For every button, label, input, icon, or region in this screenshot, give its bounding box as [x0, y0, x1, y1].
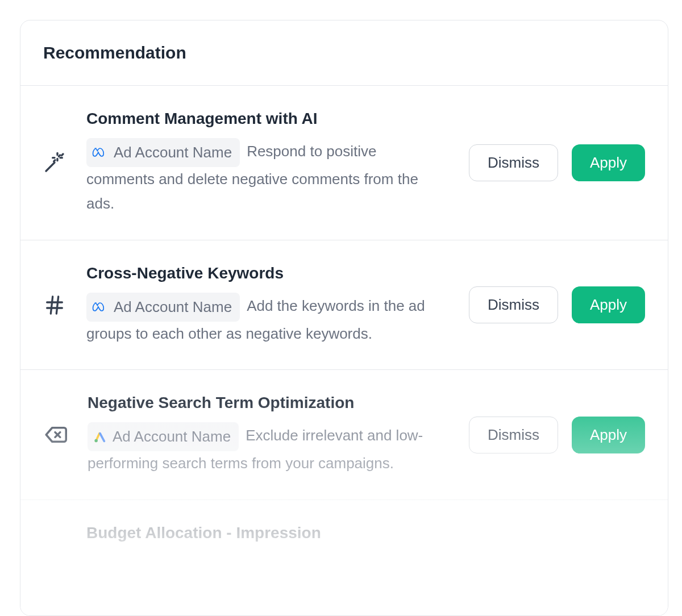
account-badge: Ad Account Name — [86, 138, 240, 167]
svg-line-3 — [56, 297, 58, 314]
svg-point-6 — [94, 439, 98, 443]
dismiss-button[interactable]: Dismiss — [469, 286, 558, 323]
recommendation-description: Ad Account Name Respond to positive comm… — [86, 138, 448, 216]
recommendation-row: Cross-Negative Keywords Ad Account Name … — [20, 240, 668, 371]
account-name: Ad Account Name — [113, 424, 231, 449]
meta-icon — [92, 147, 108, 158]
recommendation-actions: Dismiss Apply — [469, 286, 645, 323]
account-name: Ad Account Name — [114, 140, 232, 165]
hash-icon — [43, 294, 66, 317]
dismiss-button[interactable]: Dismiss — [469, 417, 558, 453]
dismiss-button[interactable]: Dismiss — [469, 144, 558, 181]
recommendation-actions: Dismiss Apply — [469, 417, 645, 453]
recommendation-description: Ad Account Name Exclude irrelevant and l… — [88, 422, 448, 476]
google-ads-icon — [93, 431, 107, 443]
account-name: Ad Account Name — [114, 295, 232, 319]
recommendation-title: Comment Management with AI — [86, 110, 448, 128]
recommendation-row: Comment Management with AI Ad Account Na… — [20, 86, 668, 240]
recommendation-title: Cross-Negative Keywords — [86, 264, 448, 282]
svg-line-2 — [51, 297, 52, 314]
recommendation-content: Comment Management with AI Ad Account Na… — [86, 110, 448, 216]
apply-button[interactable]: Apply — [572, 417, 645, 453]
panel-header: Recommendation — [20, 20, 668, 86]
recommendation-content: Negative Search Term Optimization Ad Acc… — [88, 394, 448, 476]
apply-button[interactable]: Apply — [572, 286, 645, 323]
recommendation-title: Negative Search Term Optimization — [88, 394, 448, 412]
recommendation-description: Ad Account Name Add the keywords in the … — [86, 293, 448, 346]
account-badge: Ad Account Name — [88, 422, 239, 451]
recommendation-row: Negative Search Term Optimization Ad Acc… — [20, 370, 668, 500]
recommendation-actions: Dismiss Apply — [469, 144, 645, 181]
recommendation-title-partial: Budget Allocation - Impression — [20, 500, 668, 542]
account-badge: Ad Account Name — [86, 293, 240, 322]
apply-button[interactable]: Apply — [572, 144, 645, 181]
meta-icon — [92, 301, 108, 313]
delete-tag-icon — [43, 423, 67, 447]
recommendation-panel: Recommendation Comment Management with A… — [20, 20, 668, 616]
magic-wand-icon — [43, 151, 66, 174]
panel-title: Recommendation — [43, 43, 645, 63]
recommendation-content: Cross-Negative Keywords Ad Account Name … — [86, 264, 448, 346]
